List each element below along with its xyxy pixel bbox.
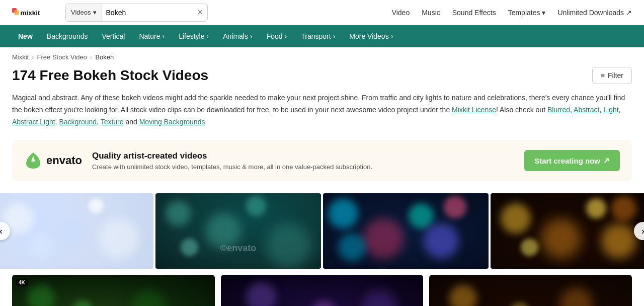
carousel-track: ©envato — [0, 193, 644, 269]
bottom-video-grid-container: 4K — [0, 275, 644, 306]
templates-chevron-icon: ▾ — [542, 9, 545, 17]
start-creating-label: Start creating now — [534, 157, 600, 165]
moving-backgrounds-link[interactable]: Moving Backgrounds — [139, 118, 205, 126]
food-chevron-icon: › — [285, 32, 287, 40]
svg-text:mixkit: mixkit — [21, 9, 41, 16]
blurred-link[interactable]: Blurred — [547, 106, 570, 114]
animals-chevron-icon: › — [250, 32, 253, 40]
envato-banner: envato Quality artist-created videos Cre… — [12, 140, 632, 181]
svg-rect-1 — [15, 10, 19, 15]
page-content: 174 Free Bokeh Stock Videos ≡ Filter Mag… — [0, 67, 644, 181]
transport-chevron-icon: › — [333, 32, 336, 40]
category-nav: New Backgrounds Vertical Nature › Lifest… — [0, 25, 644, 47]
breadcrumb: Mixkit › Free Stock Video › Bokeh — [0, 47, 644, 67]
templates-nav-link[interactable]: Templates ▾ — [508, 9, 546, 17]
nature-chevron-icon: › — [162, 32, 165, 40]
abstract-light-link[interactable]: Abstract Light — [12, 118, 55, 126]
start-creating-button[interactable]: Start creating now ↗ — [524, 150, 620, 171]
badge-4k: 4K — [16, 279, 28, 286]
filter-icon: ≡ — [601, 71, 605, 80]
logo[interactable]: mixkit — [12, 6, 57, 20]
cat-nav-food[interactable]: Food › — [261, 30, 293, 42]
cat-nav-lifestyle[interactable]: Lifestyle › — [173, 30, 215, 42]
breadcrumb-free-stock-video[interactable]: Free Stock Video — [37, 53, 87, 61]
more-videos-chevron-icon: › — [391, 32, 393, 40]
envato-description: Create with unlimited stock video, templ… — [92, 163, 514, 171]
breadcrumb-current: Bokeh — [95, 53, 114, 61]
cat-nav-vertical[interactable]: Vertical — [96, 30, 131, 42]
search-clear-button[interactable]: ✕ — [193, 8, 207, 17]
light-link[interactable]: Light — [603, 106, 618, 114]
top-nav-links: Video Music Sound Effects Templates ▾ Un… — [392, 9, 632, 17]
video-carousel: ‹ ©envato — [0, 193, 644, 269]
cat-nav-transport[interactable]: Transport › — [295, 30, 341, 42]
carousel-slide-1[interactable] — [0, 193, 153, 269]
search-input[interactable] — [102, 4, 193, 21]
unlimited-downloads-nav-link[interactable]: Unlimited Downloads ↗ — [557, 9, 632, 17]
cat-nav-more-videos[interactable]: More Videos › — [343, 30, 399, 42]
video-nav-link[interactable]: Video — [392, 9, 410, 17]
video-thumb-2[interactable] — [221, 275, 424, 306]
filter-button[interactable]: ≡ Filter — [592, 67, 632, 84]
lifestyle-chevron-icon: › — [207, 32, 209, 40]
background-link[interactable]: Background — [59, 118, 97, 126]
top-nav: mixkit Videos ▾ ✕ Video Music Sound Effe… — [0, 0, 644, 25]
video-grid: 4K — [12, 275, 632, 306]
video-thumb-3[interactable] — [429, 275, 632, 306]
sound-effects-nav-link[interactable]: Sound Effects — [452, 9, 496, 17]
page-title-row: 174 Free Bokeh Stock Videos ≡ Filter — [12, 67, 632, 84]
breadcrumb-sep-2: › — [90, 53, 92, 61]
cat-nav-new[interactable]: New — [12, 30, 39, 42]
texture-link[interactable]: Texture — [101, 118, 124, 126]
breadcrumb-mixkit[interactable]: Mixkit — [12, 53, 29, 61]
carousel-slide-3[interactable] — [323, 193, 489, 269]
envato-logo: envato — [24, 151, 82, 170]
envato-heading: Quality artist-created videos — [92, 151, 514, 161]
envato-logo-text: envato — [46, 154, 82, 167]
page-description: Magical and abstract. Any of these bokeh… — [12, 92, 632, 128]
envato-info: Quality artist-created videos Create wit… — [92, 151, 514, 171]
video-thumb-1[interactable]: 4K — [12, 275, 215, 306]
cat-nav-backgrounds[interactable]: Backgrounds — [41, 30, 94, 42]
search-bar: Videos ▾ ✕ — [65, 4, 208, 22]
mixkit-license-link[interactable]: Mixkit License — [452, 106, 496, 114]
external-link-icon-2: ↗ — [603, 156, 610, 165]
music-nav-link[interactable]: Music — [422, 9, 440, 17]
breadcrumb-sep-1: › — [32, 53, 34, 61]
carousel-slide-2[interactable]: ©envato — [155, 193, 321, 269]
abstract-link[interactable]: Abstract — [574, 106, 599, 114]
page-title: 174 Free Bokeh Stock Videos — [12, 67, 208, 84]
chevron-down-icon: ▾ — [93, 9, 97, 16]
search-type-label: Videos — [71, 9, 91, 16]
filter-label: Filter — [608, 71, 623, 80]
cat-nav-nature[interactable]: Nature › — [133, 30, 171, 42]
external-link-icon: ↗ — [626, 9, 632, 17]
carousel-slide-4[interactable] — [491, 193, 644, 269]
cat-nav-animals[interactable]: Animals › — [217, 30, 258, 42]
search-type-dropdown[interactable]: Videos ▾ — [66, 4, 102, 21]
